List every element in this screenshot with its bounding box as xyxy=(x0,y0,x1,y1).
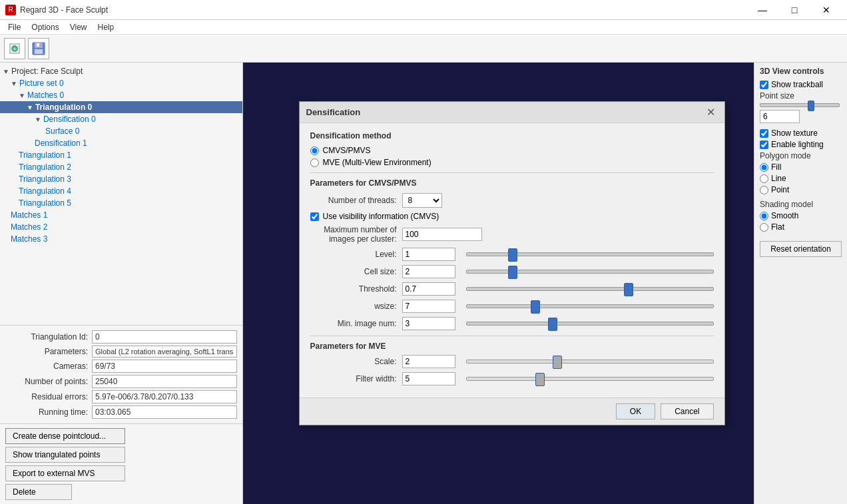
use-visibility-checkbox[interactable] xyxy=(310,212,319,221)
prop-parameters: Parameters: xyxy=(5,346,237,358)
max-images-input[interactable] xyxy=(402,228,482,241)
dialog-close-button[interactable]: ✕ xyxy=(704,106,718,119)
cell-size-input[interactable] xyxy=(402,265,455,278)
tree-item-surface0[interactable]: Surface 0 xyxy=(0,125,242,137)
show-trackball-row[interactable]: Show trackball xyxy=(760,80,842,89)
polygon-fill-row[interactable]: Fill xyxy=(760,162,842,172)
maximize-button[interactable]: □ xyxy=(779,0,810,20)
tree-item-triangulation0[interactable]: ▼ Triangulation 0 xyxy=(0,101,242,113)
shading-model-label: Shading model xyxy=(760,200,842,209)
tree-item-triangulation3[interactable]: Triangulation 3 xyxy=(0,173,242,185)
running-time-input[interactable] xyxy=(92,405,237,419)
num-threads-select[interactable]: 8421 xyxy=(402,193,442,208)
shading-smooth-radio[interactable] xyxy=(760,212,768,220)
dialog-ok-button[interactable]: OK xyxy=(616,403,655,419)
minimize-button[interactable]: — xyxy=(747,0,778,20)
add-button[interactable]: + xyxy=(4,38,25,59)
menu-options[interactable]: Options xyxy=(26,21,64,33)
viewport: Densification ✕ Densification method CMV… xyxy=(243,63,754,504)
polygon-mode-section: Polygon mode Fill Line Point xyxy=(760,151,842,194)
param-wsize: wsize: xyxy=(310,300,714,313)
filter-width-input[interactable] xyxy=(402,372,455,385)
polygon-line-row[interactable]: Line xyxy=(760,174,842,183)
point-size-section: Point size xyxy=(760,91,842,123)
right-panel-title: 3D View controls xyxy=(760,67,842,76)
polygon-point-label: Point xyxy=(771,185,789,194)
tree-item-pictureset0[interactable]: ▼ Picture set 0 xyxy=(0,77,242,89)
scale-input[interactable] xyxy=(402,355,455,368)
polygon-line-radio[interactable] xyxy=(760,174,768,183)
delete-button[interactable]: Delete xyxy=(5,484,72,500)
scale-slider[interactable] xyxy=(466,360,714,364)
export-mvs-button[interactable]: Export to external MVS xyxy=(5,465,125,481)
main-layout: ▼ Project: Face Sculpt ▼ Picture set 0 ▼… xyxy=(0,63,847,504)
enable-lighting-row[interactable]: Enable lighting xyxy=(760,140,842,149)
radio-mve[interactable]: MVE (Multi-View Environment) xyxy=(310,158,714,167)
shading-flat-row[interactable]: Flat xyxy=(760,222,842,232)
tree-item-matches2[interactable]: Matches 2 xyxy=(0,221,242,233)
use-visibility-checkbox-row[interactable]: Use visibility information (CMVS) xyxy=(310,212,714,221)
parameters-input[interactable] xyxy=(92,346,237,358)
triangulation-id-input[interactable] xyxy=(92,330,237,344)
wsize-slider[interactable] xyxy=(466,304,714,308)
shading-smooth-row[interactable]: Smooth xyxy=(760,211,842,220)
polygon-mode-label: Polygon mode xyxy=(760,151,842,160)
tree-item-matches3[interactable]: Matches 3 xyxy=(0,233,242,245)
tree-item-densification0[interactable]: ▼ Densification 0 xyxy=(0,113,242,125)
enable-lighting-checkbox[interactable] xyxy=(760,140,768,149)
svg-rect-6 xyxy=(37,43,39,47)
tree-item-densification1[interactable]: Densification 1 xyxy=(0,137,242,149)
show-texture-row[interactable]: Show texture xyxy=(760,128,842,138)
point-size-input[interactable] xyxy=(760,110,800,123)
tree-item-triangulation2[interactable]: Triangulation 2 xyxy=(0,161,242,173)
param-level: Level: xyxy=(310,248,714,261)
show-trackball-checkbox[interactable] xyxy=(760,81,768,89)
reset-orientation-button[interactable]: Reset orientation xyxy=(760,241,842,257)
close-button[interactable]: ✕ xyxy=(811,0,842,20)
prop-num-points: Number of points: xyxy=(5,375,237,388)
menu-view[interactable]: View xyxy=(65,21,93,33)
shading-flat-label: Flat xyxy=(771,222,784,232)
show-triangulated-button[interactable]: Show triangulated points xyxy=(5,447,125,463)
show-trackball-label: Show trackball xyxy=(771,80,823,89)
show-texture-checkbox[interactable] xyxy=(760,129,768,138)
polygon-point-radio[interactable] xyxy=(760,186,768,194)
point-size-slider-container xyxy=(760,103,842,107)
left-panel: ▼ Project: Face Sculpt ▼ Picture set 0 ▼… xyxy=(0,63,243,504)
cameras-input[interactable] xyxy=(92,360,237,373)
create-dense-button[interactable]: Create dense pointcloud... xyxy=(5,428,125,444)
num-points-input[interactable] xyxy=(92,375,237,388)
dialog-cancel-button[interactable]: Cancel xyxy=(661,403,713,419)
point-size-label: Point size xyxy=(760,91,842,101)
min-image-num-input[interactable] xyxy=(402,317,455,330)
polygon-fill-radio[interactable] xyxy=(760,163,768,172)
menu-file[interactable]: File xyxy=(3,21,26,33)
param-min-image-num: Min. image num: xyxy=(310,317,714,330)
wsize-input[interactable] xyxy=(402,300,455,313)
min-image-num-slider[interactable] xyxy=(466,322,714,326)
level-slider[interactable] xyxy=(466,252,714,256)
threshold-slider[interactable] xyxy=(466,287,714,291)
cell-size-slider[interactable] xyxy=(466,270,714,274)
right-panel: 3D View controls Show trackball Point si… xyxy=(754,63,847,504)
tree-item-triangulation4[interactable]: Triangulation 4 xyxy=(0,185,242,197)
tree-item-triangulation1[interactable]: Triangulation 1 xyxy=(0,149,242,161)
tree-item-project[interactable]: ▼ Project: Face Sculpt xyxy=(0,65,242,77)
radio-cmvs[interactable]: CMVS/PMVS xyxy=(310,146,714,155)
polygon-point-row[interactable]: Point xyxy=(760,185,842,194)
threshold-input[interactable] xyxy=(402,282,455,296)
tree-area: ▼ Project: Face Sculpt ▼ Picture set 0 ▼… xyxy=(0,63,242,325)
point-size-slider[interactable] xyxy=(760,103,840,107)
enable-lighting-label: Enable lighting xyxy=(771,140,824,149)
toolbar: + xyxy=(0,35,847,63)
tree-item-matches1[interactable]: Matches 1 xyxy=(0,209,242,221)
residual-errors-input[interactable] xyxy=(92,390,237,403)
shading-flat-radio[interactable] xyxy=(760,223,768,232)
tree-item-triangulation5[interactable]: Triangulation 5 xyxy=(0,197,242,209)
dialog-overlay: Densification ✕ Densification method CMV… xyxy=(243,63,754,504)
save-button[interactable] xyxy=(28,38,49,59)
tree-item-matches0[interactable]: ▼ Matches 0 xyxy=(0,89,242,101)
filter-width-slider[interactable] xyxy=(466,377,714,381)
level-input[interactable] xyxy=(402,248,455,261)
menu-help[interactable]: Help xyxy=(93,21,120,33)
